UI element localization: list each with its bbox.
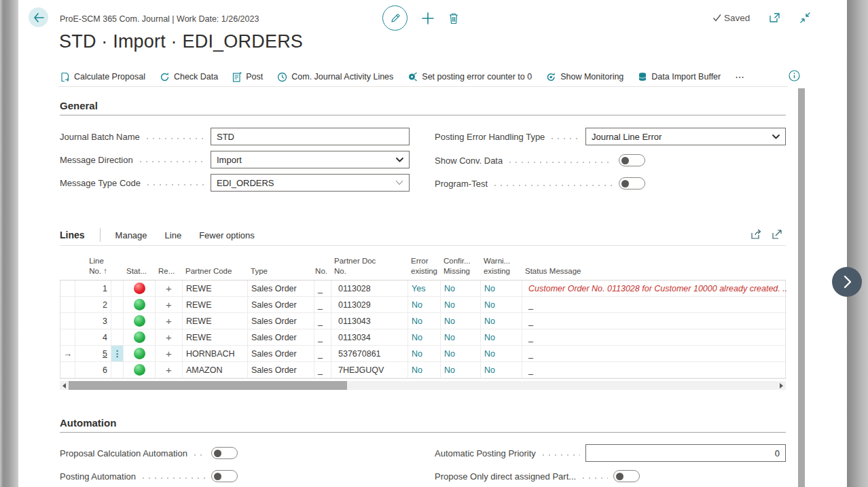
collapse-view-button[interactable]	[799, 12, 811, 23]
no-cell[interactable]: _	[314, 297, 331, 313]
proposal-calculation-automation-toggle[interactable]	[211, 447, 238, 459]
partner-doc-no-cell[interactable]: 0113028	[331, 281, 408, 297]
header-line-no[interactable]: Line No. ↑	[75, 255, 111, 280]
automatic-posting-priority-input[interactable]: 0	[585, 444, 786, 462]
partner-doc-no-cell[interactable]: 537670861	[331, 346, 408, 362]
table-row[interactable]: 1 + REWE Sales Order _ 0113028 Yes No No…	[60, 281, 785, 297]
error-existing-cell[interactable]: No	[408, 329, 441, 346]
header-partner-code[interactable]: Partner Code	[182, 255, 247, 280]
confirmation-missing-cell[interactable]: No	[441, 281, 481, 297]
edit-button[interactable]	[382, 5, 408, 31]
table-row[interactable]: 2 + REWE Sales Order _ 0113029 No No No …	[60, 297, 785, 313]
program-test-toggle[interactable]	[619, 177, 645, 190]
warning-existing-cell[interactable]: No	[481, 346, 522, 362]
header-no[interactable]: No.	[314, 255, 331, 280]
share-icon[interactable]	[751, 229, 762, 240]
table-row[interactable]: 3 + REWE Sales Order _ 0113043 No No No …	[60, 313, 785, 329]
header-re[interactable]: Re...	[155, 255, 182, 280]
warning-existing-cell[interactable]: No	[481, 362, 522, 378]
no-cell[interactable]: _	[314, 346, 331, 362]
line-no-cell[interactable]: 1	[75, 281, 111, 297]
table-row[interactable]: 6 + AMAZON Sales Order _ 7HEJGUQV No No …	[60, 362, 785, 378]
warning-existing-cell[interactable]: No	[481, 313, 522, 329]
partner-code-cell[interactable]: AMAZON	[183, 362, 248, 378]
status-cell[interactable]	[124, 313, 156, 329]
partner-code-cell[interactable]: HORNBACH	[183, 346, 248, 362]
table-horizontal-scrollbar[interactable]	[60, 381, 786, 390]
error-existing-cell[interactable]: No	[408, 362, 441, 378]
back-button[interactable]	[29, 7, 48, 27]
partner-doc-no-cell[interactable]: 7HEJGUQV	[331, 362, 408, 378]
status-cell[interactable]	[124, 346, 156, 362]
more-actions-button[interactable]: ⋯	[735, 71, 746, 82]
partner-code-cell[interactable]: REWE	[183, 329, 248, 346]
posting-error-handling-type-select[interactable]: Journal Line Error	[585, 128, 786, 145]
data-import-buffer-button[interactable]: Data Import Buffer	[638, 72, 721, 82]
confirmation-missing-cell[interactable]: No	[441, 346, 481, 362]
re-cell[interactable]: +	[156, 329, 183, 346]
header-status-message[interactable]: Status Message	[522, 255, 786, 280]
header-type[interactable]: Type	[247, 255, 314, 280]
status-cell[interactable]	[124, 329, 156, 346]
warning-existing-cell[interactable]: No	[481, 281, 522, 297]
status-message-cell[interactable]: _	[522, 297, 786, 313]
status-message-cell[interactable]: _	[522, 362, 786, 378]
info-icon[interactable]	[789, 70, 800, 82]
status-cell[interactable]	[124, 297, 156, 313]
confirmation-missing-cell[interactable]: No	[441, 329, 481, 346]
type-cell[interactable]: Sales Order	[248, 281, 314, 297]
re-cell[interactable]: +	[156, 362, 183, 378]
no-cell[interactable]: _	[314, 329, 331, 346]
header-status[interactable]: Stat...	[123, 255, 155, 280]
status-cell[interactable]	[124, 281, 156, 297]
check-data-button[interactable]: Check Data	[160, 72, 218, 82]
post-button[interactable]: Post	[232, 72, 263, 82]
partner-doc-no-cell[interactable]: 0113034	[331, 329, 408, 346]
header-error-existing[interactable]: Error existing	[408, 255, 440, 280]
type-cell[interactable]: Sales Order	[248, 313, 314, 329]
table-row-selected[interactable]: → 5 ⋮ + HORNBACH Sales Order _ 537670861…	[60, 346, 785, 362]
status-message-cell[interactable]: _	[522, 313, 786, 329]
row-menu-cell[interactable]	[111, 297, 124, 313]
lines-menu-manage[interactable]: Manage	[115, 230, 147, 240]
table-row[interactable]: 4 + REWE Sales Order _ 0113034 No No No …	[60, 329, 785, 346]
no-cell[interactable]: _	[314, 281, 331, 297]
warning-existing-cell[interactable]: No	[481, 329, 522, 346]
re-cell[interactable]: +	[156, 297, 183, 313]
partner-code-cell[interactable]: REWE	[183, 297, 248, 313]
page-vertical-scrollbar[interactable]	[798, 88, 805, 487]
delete-record-button[interactable]	[448, 12, 459, 24]
error-existing-cell[interactable]: Yes	[408, 281, 441, 297]
status-message-cell[interactable]: _	[522, 346, 786, 362]
row-menu-cell[interactable]	[111, 329, 124, 346]
header-partner-doc-no[interactable]: Partner Doc No.	[331, 255, 408, 280]
new-record-button[interactable]	[421, 12, 435, 25]
expand-grid-icon[interactable]	[772, 229, 782, 240]
status-message-cell[interactable]: _	[522, 329, 786, 346]
row-menu-cell[interactable]	[111, 281, 124, 297]
re-cell[interactable]: +	[156, 346, 183, 362]
type-cell[interactable]: Sales Order	[248, 297, 314, 313]
header-confirmation-missing[interactable]: Confir... Missing	[440, 255, 480, 280]
type-cell[interactable]: Sales Order	[248, 329, 314, 346]
re-cell[interactable]: +	[156, 313, 183, 329]
header-warning-existing[interactable]: Warni... existing	[480, 255, 522, 280]
message-type-code-lookup[interactable]: EDI_ORDERS	[211, 174, 410, 192]
warning-existing-cell[interactable]: No	[481, 297, 522, 313]
calculate-proposal-button[interactable]: Calculate Proposal	[60, 72, 145, 82]
scroll-right-arrow[interactable]	[777, 381, 786, 390]
partner-code-cell[interactable]: REWE	[183, 313, 248, 329]
lines-menu-fewer-options[interactable]: Fewer options	[199, 230, 255, 240]
posting-automation-toggle[interactable]	[211, 470, 238, 482]
partner-code-cell[interactable]: REWE	[183, 281, 248, 297]
line-no-cell[interactable]: 4	[75, 329, 111, 346]
partner-doc-no-cell[interactable]: 0113043	[331, 313, 408, 329]
confirmation-missing-cell[interactable]: No	[441, 297, 481, 313]
activity-lines-button[interactable]: Com. Journal Activity Lines	[277, 72, 393, 82]
scrollbar-thumb[interactable]	[69, 381, 347, 390]
open-in-new-window-button[interactable]	[769, 12, 780, 23]
error-existing-cell[interactable]: No	[408, 346, 441, 362]
scroll-left-arrow[interactable]	[60, 381, 69, 390]
type-cell[interactable]: Sales Order	[248, 346, 314, 362]
journal-batch-name-input[interactable]: STD	[211, 128, 410, 145]
